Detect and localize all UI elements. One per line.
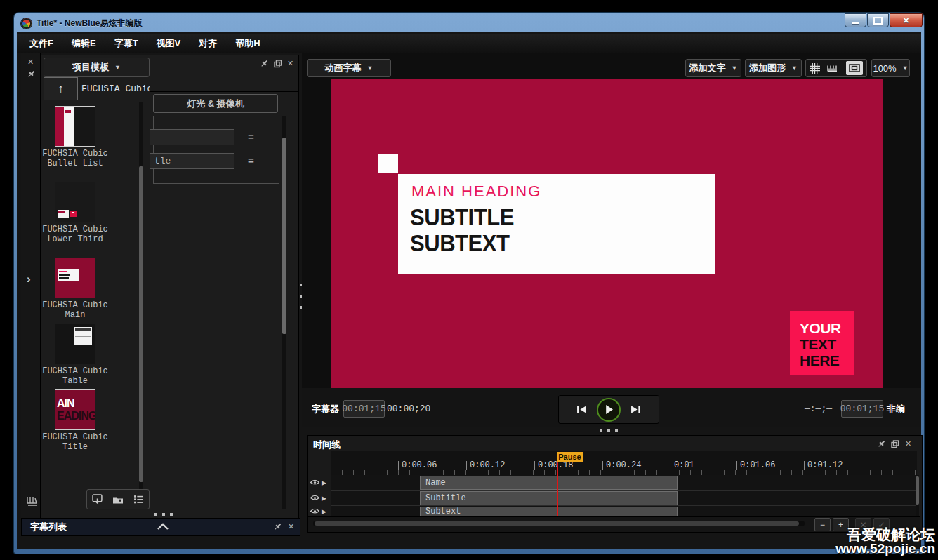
template-item-main[interactable]: FUCHSIA Cubic Main [22, 258, 128, 320]
template-thumbnail [55, 324, 95, 364]
titlebar[interactable]: Title* - NewBlue易炫非编版 [21, 15, 653, 31]
templates-scrollbar[interactable] [139, 102, 143, 490]
properties-detach-icon[interactable] [274, 60, 282, 68]
dock-close-icon[interactable]: ✕ [27, 58, 34, 67]
timeline-pin-icon[interactable] [877, 439, 886, 448]
field-menu-icon[interactable]: = [248, 154, 254, 166]
close-icon: ✕ [903, 16, 909, 25]
grid-toggle-icon[interactable] [810, 63, 820, 74]
template-label: FUCHSIA Cubic Title [37, 432, 114, 452]
template-item-table[interactable]: FUCHSIA Cubic Table [22, 324, 128, 386]
template-label: FUCHSIA Cubic Table [37, 366, 114, 386]
divider [150, 91, 298, 92]
menu-title[interactable]: 字幕T [114, 37, 138, 50]
minimize-icon [852, 22, 859, 24]
track-expand-icon[interactable]: ▶ [322, 495, 326, 502]
clip-subtext[interactable]: Subtext [420, 507, 678, 516]
minimize-button[interactable] [845, 13, 866, 27]
menu-view[interactable]: 视图V [157, 37, 181, 50]
close-button[interactable]: ✕ [890, 13, 923, 27]
safe-area-icon [849, 64, 860, 72]
list-view-icon[interactable] [133, 495, 144, 504]
templates-panel-dropdown[interactable]: 项目模板 ▼ [44, 58, 150, 77]
safe-area-toggle-active[interactable] [846, 61, 863, 75]
template-item-title[interactable]: AIN EADING FUCHSIA Cubic Title [22, 389, 128, 452]
canvas-white-card[interactable]: MAIN HEADING SUBTITLE SUBTEXT [398, 174, 715, 274]
track-header: ▶ [308, 506, 331, 516]
title-canvas[interactable]: MAIN HEADING SUBTITLE SUBTEXT YOUR TEXT … [331, 79, 883, 388]
timeline-detach-icon[interactable] [891, 440, 899, 448]
timeline-title: 时间线 [313, 439, 341, 451]
play-button[interactable] [597, 398, 621, 422]
import-template-icon[interactable] [92, 494, 103, 505]
dock-pin-icon[interactable] [27, 69, 36, 79]
app-logo-icon [21, 18, 32, 29]
canvas-accent-square [378, 154, 398, 173]
window-title: Title* - NewBlue易炫非编版 [37, 18, 142, 29]
properties-close-icon[interactable]: ✕ [287, 59, 293, 68]
subtitle-list-bar: 字幕列表 ✕ [21, 518, 300, 536]
track-expand-icon[interactable]: ▶ [322, 479, 326, 486]
maximize-button[interactable] [867, 13, 889, 27]
field-menu-icon[interactable]: = [248, 131, 254, 142]
subtitle-list-splitter-handle[interactable] [154, 512, 173, 516]
ruler-toggle-icon[interactable] [827, 64, 838, 72]
canvas-subtitle-block[interactable]: SUBTITLE SUBTEXT [410, 204, 514, 256]
templates-panel-title: 项目模板 [72, 61, 109, 74]
menu-edit[interactable]: 编辑E [72, 37, 96, 50]
eye-icon[interactable] [310, 479, 319, 486]
current-time-field[interactable]: 00:01;15 [343, 400, 385, 418]
new-folder-icon[interactable] [112, 495, 124, 505]
timeline-h-scrollbar[interactable] [313, 521, 805, 526]
add-text-dropdown[interactable]: 添加文字 ▼ [685, 59, 741, 77]
subtitle-list-close-icon[interactable]: ✕ [288, 522, 294, 531]
canvas-corner-text-box[interactable]: YOUR TEXT HERE [790, 311, 854, 375]
menu-file[interactable]: 文件F [29, 37, 53, 50]
folder-up-button[interactable]: ↑ [44, 77, 78, 100]
properties-scrollbar[interactable] [282, 116, 286, 509]
template-thumbnail: AIN EADING [55, 389, 95, 430]
template-label: FUCHSIA Cubic Bullet List [37, 149, 114, 168]
property-field-2[interactable]: tle [150, 153, 234, 169]
properties-pin-icon[interactable] [260, 59, 269, 68]
eye-icon[interactable] [310, 508, 319, 514]
go-to-end-button[interactable] [630, 405, 641, 414]
track-expand-icon[interactable]: ▶ [322, 508, 326, 515]
menu-align[interactable]: 对齐 [199, 37, 217, 50]
end-time-field[interactable]: 00:01;15 [841, 400, 883, 418]
ruler-tick-label: 0:00.24 [602, 461, 641, 470]
subtitle-list-title: 字幕列表 [30, 521, 67, 533]
duration-readout: 00:00;20 [387, 404, 430, 414]
clip-subtitle[interactable]: Subtitle [420, 491, 678, 505]
lights-camera-section-button[interactable]: 灯光 & 摄像机 [153, 94, 278, 113]
property-field-1[interactable] [150, 129, 234, 145]
timeline-close-icon[interactable]: ✕ [905, 439, 911, 448]
timeline-v-scrollbar[interactable] [916, 475, 919, 516]
collapse-chevron-icon[interactable] [157, 523, 169, 531]
animation-mode-dropdown[interactable]: 动画字幕 ▼ [307, 59, 391, 77]
template-item-lower-third[interactable]: FUCHSIA Cubic Lower Third [22, 182, 128, 244]
add-shape-dropdown[interactable]: 添加图形 ▼ [745, 59, 802, 77]
menu-help[interactable]: 帮助H [235, 37, 260, 50]
ruler-tick-label: 0:00.12 [466, 461, 505, 470]
eye-icon[interactable] [310, 495, 319, 501]
zoom-level-dropdown[interactable]: 100% ▼ [871, 59, 910, 77]
ruler-tick-label: 0:00.18 [534, 461, 573, 470]
watermark-line2: www.52pojie.cn [835, 541, 935, 556]
timeline-splitter-handle[interactable] [600, 428, 618, 432]
clip-name[interactable]: Name [420, 476, 678, 490]
window-controls: ✕ [845, 13, 923, 27]
dock-library-icon[interactable] [26, 495, 38, 508]
ruler-tick-label: 0:00.06 [398, 461, 437, 470]
template-item-bullet-list[interactable]: FUCHSIA Cubic Bullet List [22, 106, 128, 168]
subtitle-list-pin-icon[interactable] [273, 522, 282, 531]
track-header: ▶ [308, 491, 331, 505]
pause-marker[interactable]: Pause [557, 452, 583, 462]
canvas-main-heading[interactable]: MAIN HEADING [411, 182, 541, 201]
titler-label: 字幕器 [312, 403, 339, 415]
ruler-minor-ticks [331, 470, 917, 475]
application-window: Title* - NewBlue易炫非编版 ✕ 文件F 编辑E 字幕T 视图V … [0, 0, 938, 560]
chevron-down-icon: ▼ [791, 65, 798, 72]
go-to-start-button[interactable] [576, 405, 587, 414]
timeline-zoom-out-button[interactable]: − [814, 518, 831, 531]
